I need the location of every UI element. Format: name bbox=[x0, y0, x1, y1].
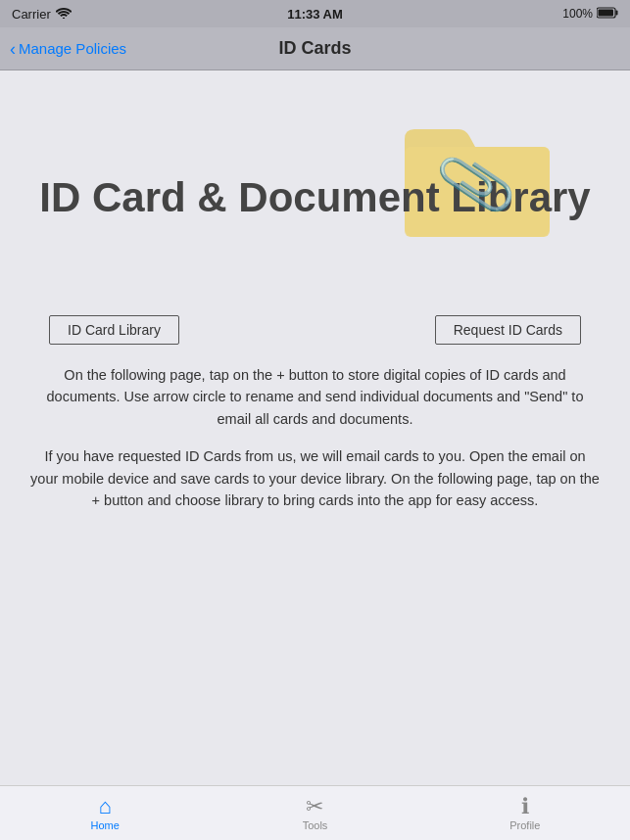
status-left: Carrier bbox=[12, 7, 72, 22]
tab-tools[interactable]: ✂ Tools bbox=[210, 796, 419, 831]
battery-percent-label: 100% bbox=[562, 7, 593, 21]
request-id-cards-button[interactable]: Request ID Cards bbox=[435, 315, 581, 345]
main-content: 📎 ID Card & Document Library ID Card Lib… bbox=[0, 70, 630, 785]
battery-icon bbox=[597, 7, 618, 22]
description-paragraph-2: If you have requested ID Cards from us, … bbox=[29, 445, 601, 511]
back-button[interactable]: ‹ Manage Policies bbox=[10, 40, 126, 58]
illustration-area: 📎 ID Card & Document Library bbox=[20, 90, 610, 305]
page-title: ID Cards bbox=[278, 38, 351, 59]
id-card-library-button[interactable]: ID Card Library bbox=[49, 315, 179, 345]
home-icon: ⌂ bbox=[99, 796, 112, 817]
profile-icon: ℹ bbox=[521, 796, 529, 817]
profile-tab-label: Profile bbox=[509, 819, 540, 831]
home-tab-label: Home bbox=[90, 819, 119, 831]
svg-rect-2 bbox=[599, 9, 614, 16]
status-bar: Carrier 11:33 AM 100% bbox=[0, 0, 630, 27]
buttons-row: ID Card Library Request ID Cards bbox=[49, 315, 581, 345]
description-paragraph-1: On the following page, tap on the + butt… bbox=[29, 364, 601, 430]
library-title: ID Card & Document Library bbox=[20, 174, 610, 221]
svg-rect-3 bbox=[616, 10, 618, 15]
chevron-left-icon: ‹ bbox=[10, 40, 16, 58]
back-label: Manage Policies bbox=[19, 40, 126, 57]
wifi-icon bbox=[56, 7, 72, 22]
tab-bar: ⌂ Home ✂ Tools ℹ Profile bbox=[0, 785, 630, 840]
carrier-label: Carrier bbox=[12, 7, 51, 22]
tab-profile[interactable]: ℹ Profile bbox=[420, 796, 630, 831]
tab-home[interactable]: ⌂ Home bbox=[0, 796, 210, 831]
description-area: On the following page, tap on the + butt… bbox=[20, 364, 610, 512]
svg-point-0 bbox=[63, 17, 65, 18]
status-time: 11:33 AM bbox=[287, 7, 343, 22]
tools-icon: ✂ bbox=[306, 796, 323, 817]
status-right: 100% bbox=[562, 7, 618, 22]
tools-tab-label: Tools bbox=[303, 819, 328, 831]
nav-bar: ‹ Manage Policies ID Cards bbox=[0, 27, 630, 70]
